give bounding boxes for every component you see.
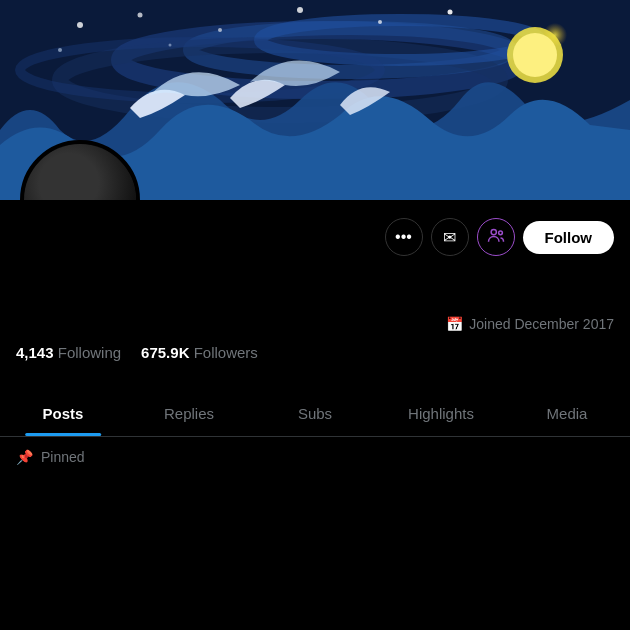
svg-point-11	[218, 28, 222, 32]
tab-media[interactable]: Media	[504, 391, 630, 436]
people-button[interactable]	[477, 218, 515, 256]
following-label: Following	[58, 344, 121, 361]
message-icon: ✉	[443, 228, 456, 247]
svg-point-14	[448, 10, 453, 15]
following-stat[interactable]: 4,143 Following	[16, 344, 121, 361]
profile-tabs: Posts Replies Subs Highlights Media	[0, 391, 630, 437]
svg-point-10	[138, 13, 143, 18]
followers-stat[interactable]: 675.9K Followers	[141, 344, 258, 361]
more-button[interactable]: •••	[385, 218, 423, 256]
profile-page: ••• ✉ Follow 📅 Joined December 2017 4,14	[0, 0, 630, 477]
svg-point-15	[58, 48, 62, 52]
following-count: 4,143	[16, 344, 54, 361]
svg-point-12	[297, 7, 303, 13]
followers-label: Followers	[194, 344, 258, 361]
pinned-row: 📌 Pinned	[0, 437, 630, 477]
svg-point-18	[498, 231, 502, 235]
svg-point-16	[169, 44, 172, 47]
profile-info: 📅 Joined December 2017 4,143 Following 6…	[0, 316, 630, 387]
tab-subs[interactable]: Subs	[252, 391, 378, 436]
svg-point-13	[378, 20, 382, 24]
action-bar: ••• ✉ Follow	[0, 208, 630, 266]
svg-point-17	[491, 229, 496, 234]
pin-icon: 📌	[16, 449, 33, 465]
followers-count: 675.9K	[141, 344, 189, 361]
pinned-label: Pinned	[41, 449, 85, 465]
joined-info: 📅 Joined December 2017	[16, 316, 614, 332]
svg-point-9	[77, 22, 83, 28]
tab-highlights[interactable]: Highlights	[378, 391, 504, 436]
profile-banner	[0, 0, 630, 200]
calendar-icon: 📅	[446, 316, 463, 332]
people-icon	[487, 226, 505, 248]
joined-text: Joined December 2017	[469, 316, 614, 332]
tab-posts[interactable]: Posts	[0, 391, 126, 436]
message-button[interactable]: ✉	[431, 218, 469, 256]
svg-point-8	[513, 33, 557, 77]
stats-row: 4,143 Following 675.9K Followers	[16, 344, 614, 361]
tab-replies[interactable]: Replies	[126, 391, 252, 436]
follow-button[interactable]: Follow	[523, 221, 615, 254]
